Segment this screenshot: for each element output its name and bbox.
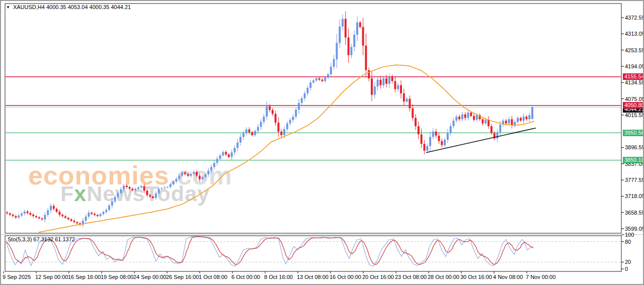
time-tick-label: 24 Sep 00:00 [133,274,166,280]
time-tick-label: 23 Oct 08:00 [395,274,427,280]
price-tick-label: 4134.55 [625,79,644,85]
time-tick-label: 26 Sep 16:00 [166,274,199,280]
time-tick-label: 28 Oct 00:00 [428,274,459,280]
time-tick-label: 16 Sep 16:00 [68,274,101,280]
time-tick-label: 9 Sep 2025 [3,274,31,280]
support-level-badge: 3850.18 [623,157,644,163]
price-tick-label: 3718.05 [625,193,644,199]
price-tick-label: 4313.05 [625,31,644,37]
time-tick-label: 13 Oct 08:00 [297,274,329,280]
chart-window: economies.com FxNewsToday ▼XAUUSD,H4 400… [0,0,644,285]
time-tick-label: 20 Oct 16:00 [362,274,394,280]
time-tick-label: 16 Oct 00:00 [330,274,361,280]
time-tick-label: 7 Nov 00:00 [526,274,555,280]
price-tick-label: 4015.55 [625,112,644,118]
price-tick-label: 4372.55 [625,15,644,21]
price-tick-label: 4194.05 [625,63,644,69]
time-tick-label: 12 Sep 00:00 [35,274,68,280]
price-tick-label: 4075.05 [625,96,644,102]
price-tick-label: 3599.05 [625,226,644,232]
price-scale[interactable]: 4372.554313.054253.554194.054134.554075.… [624,1,644,285]
price-tick-label: 4253.55 [625,47,644,53]
time-scale[interactable]: 9 Sep 202512 Sep 00:0016 Sep 16:0019 Sep… [1,273,644,283]
price-chart-canvas[interactable] [1,1,644,285]
stochastic-scale-label: 0 [625,266,628,272]
stochastic-label: Sto(5,3,3) 67.3132 61.1372 [8,236,75,242]
resistance-level-badge: 4050.80 [623,102,644,109]
time-tick-label: 4 Nov 08:00 [493,274,523,280]
price-tick-label: 3777.55 [625,177,644,183]
time-tick-label: 6 Oct 00:00 [231,274,260,280]
stochastic-scale-label: 20 [625,259,631,265]
support-level-badge: 3950.56 [623,130,644,136]
stochastic-scale-label: 80 [625,239,631,245]
time-tick-label: 8 Oct 16:00 [264,274,293,280]
price-tick-label: 3896.55 [625,144,644,150]
time-tick-label: 30 Oct 16:00 [460,274,492,280]
stochastic-scale-label: 100 [625,232,634,238]
resistance-level-badge: 4155.54 [623,73,644,80]
time-tick-label: 19 Sep 08:00 [101,274,133,280]
time-tick-label: 1 Oct 08:00 [199,274,227,280]
price-tick-label: 3658.55 [625,210,644,216]
